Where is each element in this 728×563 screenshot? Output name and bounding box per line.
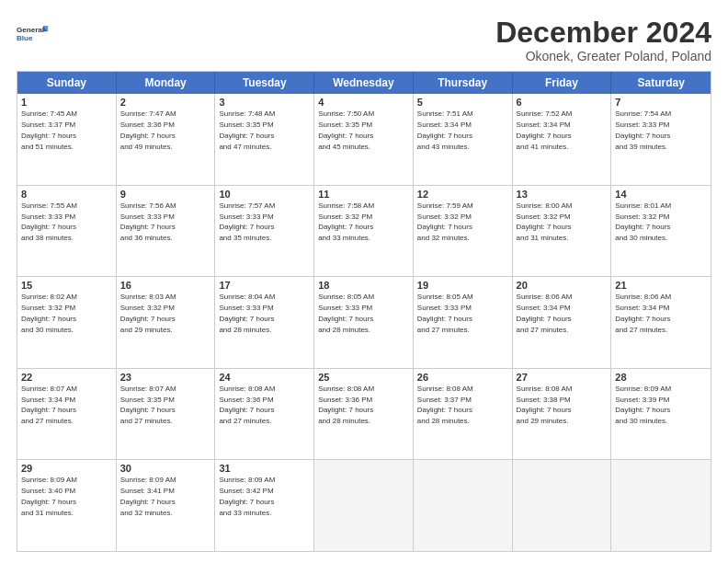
cell-week5-day2: 31Sunrise: 8:09 AMSunset: 3:42 PMDayligh…: [215, 460, 314, 551]
cell-week1-day2: 3Sunrise: 7:48 AMSunset: 3:35 PMDaylight…: [215, 94, 314, 185]
header-thursday: Thursday: [414, 72, 513, 94]
svg-text:General: General: [17, 26, 44, 34]
svg-text:Blue: Blue: [17, 34, 33, 42]
cell-week1-day6: 7Sunrise: 7:54 AMSunset: 3:33 PMDaylight…: [611, 94, 711, 185]
cell-week3-day5: 20Sunrise: 8:06 AMSunset: 3:34 PMDayligh…: [513, 277, 612, 368]
cell-week5-day0: 29Sunrise: 8:09 AMSunset: 3:40 PMDayligh…: [17, 460, 117, 551]
cell-week3-day4: 19Sunrise: 8:05 AMSunset: 3:33 PMDayligh…: [414, 277, 513, 368]
logo: GeneralBlue: [17, 17, 50, 50]
cell-week3-day6: 21Sunrise: 8:06 AMSunset: 3:34 PMDayligh…: [611, 277, 711, 368]
cell-week1-day1: 2Sunrise: 7:47 AMSunset: 3:36 PMDaylight…: [117, 94, 216, 185]
week-row-1: 1Sunrise: 7:45 AMSunset: 3:37 PMDaylight…: [17, 94, 711, 186]
cell-week1-day3: 4Sunrise: 7:50 AMSunset: 3:35 PMDaylight…: [314, 94, 414, 185]
calendar-body: 1Sunrise: 7:45 AMSunset: 3:37 PMDaylight…: [17, 94, 711, 551]
cell-week5-day5: [513, 460, 612, 551]
cell-week4-day2: 24Sunrise: 8:08 AMSunset: 3:36 PMDayligh…: [215, 369, 314, 460]
cell-week5-day1: 30Sunrise: 8:09 AMSunset: 3:41 PMDayligh…: [117, 460, 216, 551]
main-title: December 2024: [495, 17, 711, 49]
cell-week2-day6: 14Sunrise: 8:01 AMSunset: 3:32 PMDayligh…: [611, 186, 711, 277]
week-row-5: 29Sunrise: 8:09 AMSunset: 3:40 PMDayligh…: [17, 460, 711, 551]
cell-week4-day5: 27Sunrise: 8:08 AMSunset: 3:38 PMDayligh…: [513, 369, 612, 460]
cell-week2-day4: 12Sunrise: 7:59 AMSunset: 3:32 PMDayligh…: [414, 186, 513, 277]
cell-week1-day4: 5Sunrise: 7:51 AMSunset: 3:34 PMDaylight…: [414, 94, 513, 185]
header-sunday: Sunday: [17, 72, 117, 94]
cell-week1-day0: 1Sunrise: 7:45 AMSunset: 3:37 PMDaylight…: [17, 94, 117, 185]
cell-week4-day3: 25Sunrise: 8:08 AMSunset: 3:36 PMDayligh…: [314, 369, 414, 460]
calendar-header: Sunday Monday Tuesday Wednesday Thursday…: [17, 72, 711, 94]
cell-week3-day1: 16Sunrise: 8:03 AMSunset: 3:32 PMDayligh…: [117, 277, 216, 368]
week-row-2: 8Sunrise: 7:55 AMSunset: 3:33 PMDaylight…: [17, 186, 711, 278]
cell-week5-day6: [611, 460, 711, 551]
subtitle: Okonek, Greater Poland, Poland: [495, 49, 711, 63]
cell-week3-day3: 18Sunrise: 8:05 AMSunset: 3:33 PMDayligh…: [314, 277, 414, 368]
week-row-3: 15Sunrise: 8:02 AMSunset: 3:32 PMDayligh…: [17, 277, 711, 369]
title-block: December 2024 Okonek, Greater Poland, Po…: [495, 17, 711, 63]
cell-week5-day4: [414, 460, 513, 551]
cell-week2-day2: 10Sunrise: 7:57 AMSunset: 3:33 PMDayligh…: [215, 186, 314, 277]
cell-week4-day6: 28Sunrise: 8:09 AMSunset: 3:39 PMDayligh…: [611, 369, 711, 460]
cell-week5-day3: [314, 460, 414, 551]
cell-week4-day4: 26Sunrise: 8:08 AMSunset: 3:37 PMDayligh…: [414, 369, 513, 460]
cell-week4-day0: 22Sunrise: 8:07 AMSunset: 3:34 PMDayligh…: [17, 369, 117, 460]
header-tuesday: Tuesday: [215, 72, 314, 94]
cell-week4-day1: 23Sunrise: 8:07 AMSunset: 3:35 PMDayligh…: [117, 369, 216, 460]
page: GeneralBlue December 2024 Okonek, Greate…: [0, 0, 728, 563]
cell-week2-day5: 13Sunrise: 8:00 AMSunset: 3:32 PMDayligh…: [513, 186, 612, 277]
header: GeneralBlue December 2024 Okonek, Greate…: [17, 17, 711, 63]
header-wednesday: Wednesday: [314, 72, 414, 94]
week-row-4: 22Sunrise: 8:07 AMSunset: 3:34 PMDayligh…: [17, 369, 711, 461]
logo-icon: GeneralBlue: [17, 17, 50, 50]
header-saturday: Saturday: [611, 72, 711, 94]
cell-week2-day0: 8Sunrise: 7:55 AMSunset: 3:33 PMDaylight…: [17, 186, 117, 277]
cell-week2-day3: 11Sunrise: 7:58 AMSunset: 3:32 PMDayligh…: [314, 186, 414, 277]
header-monday: Monday: [117, 72, 216, 94]
calendar: Sunday Monday Tuesday Wednesday Thursday…: [17, 71, 711, 552]
cell-week3-day0: 15Sunrise: 8:02 AMSunset: 3:32 PMDayligh…: [17, 277, 117, 368]
cell-week1-day5: 6Sunrise: 7:52 AMSunset: 3:34 PMDaylight…: [513, 94, 612, 185]
cell-week2-day1: 9Sunrise: 7:56 AMSunset: 3:33 PMDaylight…: [117, 186, 216, 277]
cell-week3-day2: 17Sunrise: 8:04 AMSunset: 3:33 PMDayligh…: [215, 277, 314, 368]
header-friday: Friday: [513, 72, 612, 94]
